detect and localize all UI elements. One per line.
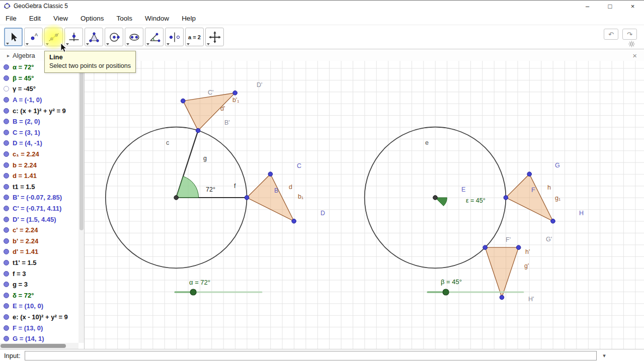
angle-tool-button[interactable]: [145, 28, 164, 46]
algebra-item-2[interactable]: γ = -45°: [0, 83, 78, 95]
point-A[interactable]: [174, 196, 179, 200]
algebra-item-12[interactable]: B' = (-0.07, 2.85): [0, 192, 78, 203]
visibility-marble[interactable]: [4, 130, 9, 135]
visibility-marble[interactable]: [4, 64, 9, 70]
triangle-t1[interactable]: [247, 174, 294, 221]
visibility-marble[interactable]: [4, 293, 9, 298]
algebra-item-6[interactable]: C = (3, 1): [0, 127, 78, 138]
algebra-item-18[interactable]: t1' = 1.5: [0, 257, 78, 268]
algebra-item-11[interactable]: t1 = 1.5: [0, 182, 78, 193]
circle-tool-button[interactable]: [105, 28, 123, 46]
visibility-marble[interactable]: [4, 282, 9, 287]
visibility-marble[interactable]: [4, 195, 9, 200]
point-B[interactable]: [245, 196, 249, 200]
algebra-item-10[interactable]: d = 1.41: [0, 170, 78, 182]
algebra-item-4[interactable]: c: (x + 1)² + y² = 9: [0, 105, 78, 116]
visibility-marble[interactable]: [4, 217, 9, 222]
move-tool-button[interactable]: [4, 28, 23, 46]
point-D-prime[interactable]: [233, 90, 237, 95]
algebra-item-3[interactable]: A = (-1, 0): [0, 95, 78, 106]
algebra-item-23[interactable]: e: (x - 10)² + y² = 9: [0, 312, 78, 323]
algebra-horizontal-scrollbar[interactable]: [0, 343, 78, 349]
algebra-item-7[interactable]: D = (4, -1): [0, 138, 78, 149]
point-C-prime[interactable]: [181, 99, 185, 103]
visibility-marble[interactable]: [4, 75, 9, 81]
algebra-disclosure-icon[interactable]: ▸: [7, 53, 10, 58]
visibility-marble[interactable]: [4, 206, 9, 211]
polygon-tool-button[interactable]: [85, 28, 103, 46]
visibility-marble[interactable]: [4, 303, 9, 309]
visibility-marble[interactable]: [4, 151, 9, 157]
settings-gear-icon[interactable]: [628, 41, 635, 47]
graphics-close-icon[interactable]: ×: [632, 51, 640, 60]
redo-button[interactable]: ↷: [622, 29, 637, 40]
visibility-marble[interactable]: [4, 97, 9, 103]
algebra-item-16[interactable]: b' = 2.24: [0, 236, 78, 247]
algebra-item-9[interactable]: b = 2.24: [0, 159, 78, 170]
scrollbar-thumb[interactable]: [79, 62, 84, 230]
scrollbar-thumb[interactable]: [1, 344, 66, 348]
menu-item-options[interactable]: Options: [80, 15, 104, 22]
menu-item-edit[interactable]: Edit: [29, 15, 41, 22]
algebra-item-13[interactable]: C' = (-0.71, 4.11): [0, 203, 78, 214]
reflect-tool-button[interactable]: [165, 28, 184, 46]
visibility-marble[interactable]: [4, 86, 9, 92]
maximize-button[interactable]: □: [599, 1, 621, 12]
point-D[interactable]: [292, 219, 296, 224]
visibility-marble[interactable]: [4, 325, 9, 331]
algebra-item-20[interactable]: g = 3: [0, 279, 78, 290]
algebra-item-17[interactable]: d' = 1.41: [0, 246, 78, 257]
visibility-marble[interactable]: [4, 238, 9, 244]
menu-item-tools[interactable]: Tools: [117, 15, 133, 22]
algebra-item-22[interactable]: E = (10, 0): [0, 301, 78, 312]
menu-item-help[interactable]: Help: [182, 15, 196, 22]
point-G[interactable]: [527, 172, 532, 176]
close-button[interactable]: ×: [621, 1, 644, 12]
visibility-marble[interactable]: [4, 271, 9, 277]
move-graphics-view-button[interactable]: [205, 28, 224, 46]
point-G-prime[interactable]: [516, 245, 521, 250]
slider-alpha-handle[interactable]: [190, 289, 196, 295]
algebra-item-19[interactable]: f = 3: [0, 268, 78, 279]
visibility-marble[interactable]: [4, 140, 9, 146]
input-history-icon[interactable]: ▾: [601, 352, 608, 359]
visibility-marble[interactable]: [4, 260, 9, 265]
visibility-marble[interactable]: [4, 184, 9, 190]
point-tool-button[interactable]: A: [24, 28, 43, 46]
menu-item-file[interactable]: File: [6, 15, 17, 22]
visibility-marble[interactable]: [4, 173, 9, 178]
algebra-item-25[interactable]: G = (14, 1): [0, 333, 78, 343]
visibility-marble[interactable]: [4, 336, 9, 341]
algebra-item-15[interactable]: c' = 2.24: [0, 225, 78, 236]
algebra-vertical-scrollbar[interactable]: [78, 61, 84, 343]
visibility-marble[interactable]: [4, 227, 9, 233]
slider-beta-handle[interactable]: [443, 289, 449, 295]
algebra-item-8[interactable]: c₁ = 2.24: [0, 149, 78, 160]
line-tool-button[interactable]: [44, 28, 63, 46]
algebra-item-5[interactable]: B = (2, 0): [0, 116, 78, 127]
angle-72-sector[interactable]: [176, 176, 198, 198]
point-C[interactable]: [268, 172, 273, 176]
algebra-item-24[interactable]: F = (13, 0): [0, 322, 78, 333]
visibility-marble[interactable]: [4, 119, 9, 124]
menu-item-window[interactable]: Window: [145, 15, 169, 22]
algebra-item-1[interactable]: β = 45°: [0, 73, 78, 84]
algebra-item-14[interactable]: D' = (1.5, 4.45): [0, 214, 78, 225]
slider-tool-button[interactable]: a = 2: [185, 28, 204, 46]
visibility-marble[interactable]: [4, 314, 9, 320]
visibility-marble[interactable]: [4, 249, 9, 254]
triangle-t2[interactable]: [506, 174, 553, 221]
menu-item-view[interactable]: View: [53, 15, 68, 22]
undo-button[interactable]: ↶: [604, 29, 618, 40]
algebra-item-21[interactable]: δ = 72°: [0, 290, 78, 301]
visibility-marble[interactable]: [4, 162, 9, 168]
point-H-prime[interactable]: [500, 295, 504, 300]
point-F-prime[interactable]: [483, 245, 488, 250]
ellipse-tool-button[interactable]: [125, 28, 143, 46]
point-H[interactable]: [551, 219, 555, 224]
input-field[interactable]: [25, 351, 597, 360]
minimize-button[interactable]: –: [576, 1, 599, 12]
point-F[interactable]: [504, 196, 508, 200]
point-E[interactable]: [433, 196, 438, 200]
point-B-prime[interactable]: [196, 128, 200, 133]
